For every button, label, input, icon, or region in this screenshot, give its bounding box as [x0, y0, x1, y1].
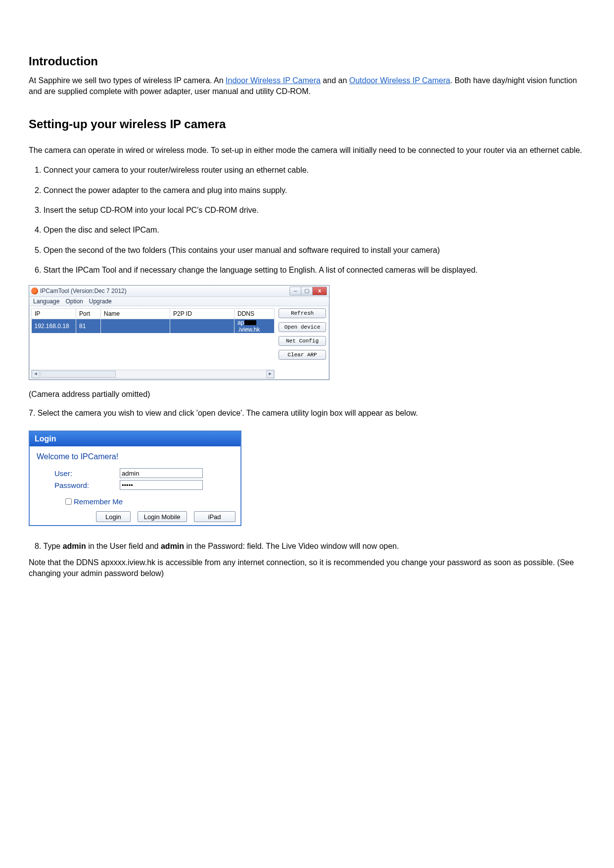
ipcamtool-window: IPCamTool (Version:Dec 7 2012) – ▢ x Lan…	[29, 285, 330, 380]
menu-option[interactable]: Option	[65, 298, 83, 305]
window-title: IPCamTool (Version:Dec 7 2012)	[40, 288, 127, 294]
scroll-left-arrow-icon[interactable]: ◄	[32, 370, 40, 378]
menu-upgrade[interactable]: Upgrade	[89, 298, 112, 305]
intro-text-pre: At Sapphire we sell two types of wireles…	[29, 76, 226, 85]
password-label: Password:	[37, 481, 120, 489]
clear-arp-button[interactable]: Clear ARP	[279, 350, 326, 360]
ipad-button[interactable]: iPad	[194, 511, 236, 522]
step-5: 5. Open the second of the two folders (T…	[29, 245, 585, 256]
login-welcome: Welcome to IPCamera!	[37, 452, 234, 461]
cell-ddns: ap.iview.hk	[235, 319, 275, 333]
step-3: 3. Insert the setup CD-ROM into your loc…	[29, 205, 585, 216]
horizontal-scrollbar[interactable]: ◄ ►	[31, 370, 275, 379]
intro-text-mid: and an	[321, 76, 349, 85]
cell-ip: 192.168.0.18	[32, 319, 76, 333]
refresh-button[interactable]: Refresh	[279, 308, 326, 318]
open-device-button[interactable]: Open device	[279, 322, 326, 332]
caption-omitted: (Camera address partially omitted)	[29, 389, 585, 400]
step-6: 6. Start the IPCam Tool and if necessary…	[29, 265, 585, 276]
step8-mid1: in the User field and	[86, 542, 161, 550]
password-input[interactable]	[120, 480, 203, 490]
cell-port: 81	[76, 319, 101, 333]
ddns-pre: ap	[237, 319, 244, 326]
step-8: 8. Type admin in the User field and admi…	[29, 541, 585, 552]
col-name[interactable]: Name	[101, 308, 170, 319]
step-4: 4. Open the disc and select IPCam.	[29, 225, 585, 236]
window-minimize-button[interactable]: –	[289, 287, 301, 295]
col-p2pid[interactable]: P2P ID	[170, 308, 235, 319]
scroll-right-arrow-icon[interactable]: ►	[266, 370, 274, 378]
note-ddns: Note that the DDNS apxxxx.iview.hk is ac…	[29, 557, 585, 579]
app-icon	[31, 288, 38, 294]
col-ddns[interactable]: DDNS	[235, 308, 275, 319]
login-title: Login	[30, 431, 240, 446]
titlebar[interactable]: IPCamTool (Version:Dec 7 2012) – ▢ x	[29, 286, 329, 297]
step8-mid2: in the Password: field. The Live Video w…	[184, 542, 399, 550]
intro-paragraph: At Sapphire we sell two types of wireles…	[29, 75, 585, 97]
step-2: 2. Connect the power adapter to the came…	[29, 185, 585, 196]
step-7: 7. Select the camera you wish to view an…	[29, 408, 585, 419]
login-button[interactable]: Login	[96, 511, 131, 522]
step8-b2: admin	[161, 542, 184, 550]
heading-introduction: Introduction	[29, 54, 585, 68]
remember-checkbox[interactable]	[65, 498, 72, 505]
login-dialog: Login Welcome to IPCamera! User: Passwor…	[29, 431, 241, 526]
window-maximize-button[interactable]: ▢	[301, 287, 313, 295]
menu-language[interactable]: Language	[33, 298, 59, 305]
scroll-thumb[interactable]	[41, 371, 116, 378]
ddns-redacted	[244, 320, 256, 325]
table-header-row: IP Port Name P2P ID DDNS	[32, 308, 275, 319]
step8-pre: 8. Type	[35, 542, 63, 550]
user-input[interactable]	[120, 468, 203, 478]
cell-p2pid	[170, 319, 235, 333]
col-port[interactable]: Port	[76, 308, 101, 319]
window-close-button[interactable]: x	[313, 287, 327, 295]
menubar: Language Option Upgrade	[29, 297, 329, 306]
ddns-post: .iview.hk	[237, 326, 260, 333]
step8-b1: admin	[63, 542, 86, 550]
setup-lead: The camera can operate in wired or wirel…	[29, 145, 585, 156]
link-outdoor-camera[interactable]: Outdoor Wireless IP Camera	[349, 76, 450, 85]
link-indoor-camera[interactable]: Indoor Wireless IP Camera	[226, 76, 321, 85]
table-row[interactable]: 192.168.0.18 81 ap.iview.hk	[32, 319, 275, 333]
user-label: User:	[37, 469, 120, 478]
camera-table[interactable]: IP Port Name P2P ID DDNS 192.168.0.18 81…	[31, 308, 275, 373]
heading-setup: Setting-up your wireless IP camera	[29, 117, 585, 131]
col-ip[interactable]: IP	[32, 308, 76, 319]
net-config-button[interactable]: Net Config	[279, 336, 326, 346]
cell-name	[101, 319, 170, 333]
step-1: 1. Connect your camera to your router/wi…	[29, 165, 585, 176]
login-mobile-button[interactable]: Login Mobile	[138, 511, 187, 522]
remember-label: Remember Me	[74, 497, 123, 506]
